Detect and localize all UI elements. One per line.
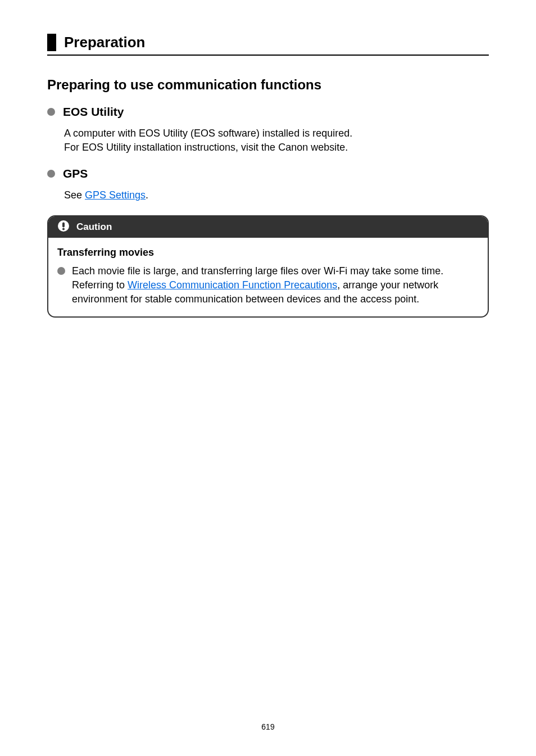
sub-item-gps: GPS [47, 167, 489, 180]
page-title-block: Preparation [47, 34, 489, 51]
caution-text: Each movie file is large, and transferri… [72, 264, 479, 307]
section-heading: Preparing to use communication functions [47, 77, 489, 93]
title-underline [47, 55, 489, 56]
svg-point-2 [62, 228, 65, 230]
body-line: A computer with EOS Utility (EOS softwar… [64, 128, 352, 139]
sub-item-label: EOS Utility [63, 105, 124, 119]
gps-settings-link[interactable]: GPS Settings [85, 189, 146, 201]
caution-header: Caution [48, 216, 488, 238]
wireless-precautions-link[interactable]: Wireless Communication Function Precauti… [128, 279, 337, 291]
caution-bullet-row: Each movie file is large, and transferri… [57, 264, 479, 307]
page-number: 619 [0, 722, 536, 731]
svg-rect-1 [62, 222, 65, 227]
caution-subheading: Transferring movies [57, 247, 479, 259]
gps-body: See GPS Settings. [64, 188, 489, 202]
bullet-icon [47, 170, 55, 178]
eos-utility-body: A computer with EOS Utility (EOS softwar… [64, 126, 489, 155]
bullet-icon [57, 267, 65, 275]
sub-item-label: GPS [63, 167, 88, 180]
page-title: Preparation [64, 34, 489, 51]
caution-body: Transferring movies Each movie file is l… [48, 238, 488, 317]
body-prefix: See [64, 189, 85, 201]
body-line: For EOS Utility installation instruction… [64, 142, 348, 153]
bullet-icon [47, 108, 55, 116]
caution-label: Caution [76, 221, 112, 233]
sub-item-eos-utility: EOS Utility [47, 105, 489, 119]
body-suffix: . [146, 189, 148, 201]
caution-icon [57, 220, 70, 234]
caution-box: Caution Transferring movies Each movie f… [47, 215, 489, 318]
